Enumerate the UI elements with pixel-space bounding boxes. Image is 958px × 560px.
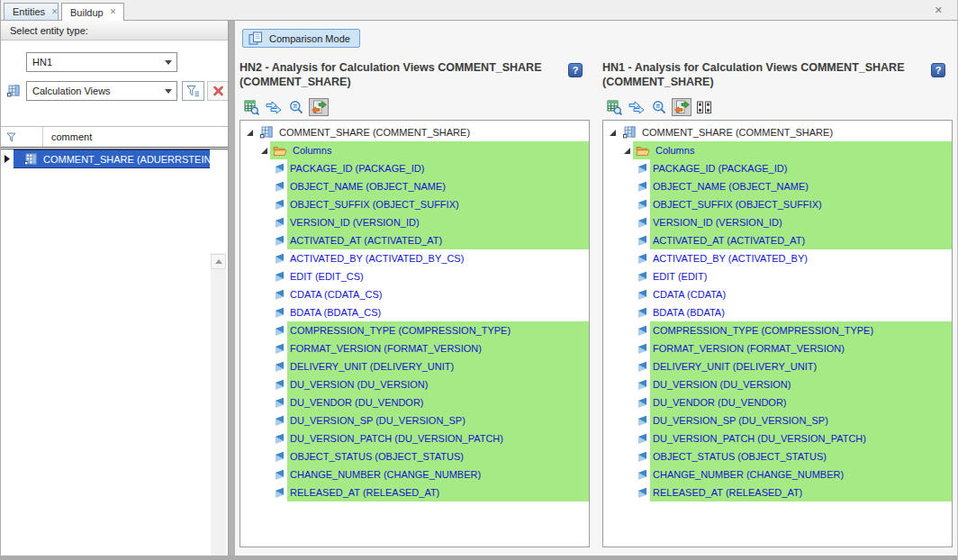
scroll-up-icon[interactable]: [211, 254, 226, 269]
tree-item-row[interactable]: CHANGE_NUMBER (CHANGE_NUMBER): [603, 465, 952, 483]
tree-item-label: DU_VERSION_PATCH (DU_VERSION_PATCH): [653, 433, 866, 444]
tree-item-highlight: CDATA (CDATA_CS): [287, 285, 589, 303]
export-table-search-icon[interactable]: [241, 98, 261, 116]
calculation-view-icon: [23, 153, 37, 166]
sidebar-scrollbar[interactable]: [211, 253, 226, 560]
tree-item-row[interactable]: DELIVERY_UNIT (DELIVERY_UNIT): [603, 357, 952, 375]
tree-item-row[interactable]: DU_VERSION (DU_VERSION): [603, 375, 952, 393]
column-icon: [275, 397, 285, 409]
tree-item-row[interactable]: FORMAT_VERSION (FORMAT_VERSION): [240, 339, 589, 357]
calculation-view-icon: [6, 85, 20, 97]
tree-item-row[interactable]: ACTIVATED_AT (ACTIVATED_AT): [603, 231, 952, 249]
entity-type-dropdown[interactable]: Calculation Views: [26, 81, 177, 101]
panel-hn2-toolbar: [241, 97, 329, 117]
tree-item-highlight: FORMAT_VERSION (FORMAT_VERSION): [650, 339, 952, 357]
header-filter-cell[interactable]: [1, 127, 43, 147]
tree-item-row[interactable]: RELEASED_AT (RELEASED_AT): [603, 483, 952, 501]
tree-folder-row[interactable]: Columns: [240, 141, 589, 159]
column-icon: [275, 181, 285, 193]
tree-item-row[interactable]: FORMAT_VERSION (FORMAT_VERSION): [603, 339, 952, 357]
tree-item-row[interactable]: ACTIVATED_AT (ACTIVATED_AT): [240, 231, 589, 249]
chevron-down-icon: [160, 89, 176, 94]
tree-item-label: CDATA (CDATA): [653, 289, 726, 300]
tree-item-row[interactable]: PACKAGE_ID (PACKAGE_ID): [603, 159, 952, 177]
tree-item-highlight: ACTIVATED_AT (ACTIVATED_AT): [650, 231, 952, 249]
tree-item-row[interactable]: ACTIVATED_BY (ACTIVATED_BY): [603, 249, 952, 267]
tree-item-row[interactable]: DU_VERSION (DU_VERSION): [240, 375, 589, 393]
column-pairs-icon[interactable]: [694, 98, 714, 116]
tree-item-row[interactable]: ACTIVATED_BY (ACTIVATED_BY_CS): [240, 249, 589, 267]
entity-row-selected[interactable]: COMMENT_SHARE (ADUERRSTEIN_T: [1, 149, 210, 168]
tree-item-row[interactable]: DU_VERSION_PATCH (DU_VERSION_PATCH): [240, 429, 589, 447]
compare-toggle-icon[interactable]: [672, 98, 691, 116]
tree-item-row[interactable]: CDATA (CDATA): [603, 285, 952, 303]
open-folder-icon: [636, 145, 650, 157]
system-dropdown[interactable]: HN1: [26, 52, 177, 72]
tree-item-row[interactable]: DU_VERSION_SP (DU_VERSION_SP): [603, 411, 952, 429]
zoom-equal-icon[interactable]: [649, 98, 669, 116]
tree-item-row[interactable]: EDIT (EDIT_CS): [240, 267, 589, 285]
tree-item-highlight: FORMAT_VERSION (FORMAT_VERSION): [287, 339, 589, 357]
tree-item-row[interactable]: VERSION_ID (VERSION_ID): [603, 213, 952, 231]
column-icon: [637, 271, 647, 283]
tree-root-row[interactable]: COMMENT_SHARE (COMMENT_SHARE): [240, 123, 589, 141]
tree-item-row[interactable]: OBJECT_SUFFIX (OBJECT_SUFFIX): [240, 195, 589, 213]
tree-item-row[interactable]: RELEASED_AT (RELEASED_AT): [240, 483, 589, 501]
sync-arrows-icon[interactable]: [264, 98, 284, 116]
filter-button[interactable]: [182, 81, 204, 101]
tree-item-row[interactable]: OBJECT_SUFFIX (OBJECT_SUFFIX): [603, 195, 952, 213]
tab-close-icon[interactable]: ✕: [51, 8, 59, 16]
tab-buildup[interactable]: Buildup ✕: [61, 3, 124, 21]
column-icon: [637, 199, 647, 211]
tree-item-row[interactable]: DU_VERSION_PATCH (DU_VERSION_PATCH): [603, 429, 952, 447]
tree-item-row[interactable]: COMPRESSION_TYPE (COMPRESSION_TYPE): [603, 321, 952, 339]
sync-arrows-icon[interactable]: [627, 98, 646, 116]
entity-sidebar: Select entity type: HN1 Calculation View…: [1, 21, 228, 555]
column-icon: [637, 343, 647, 355]
tab-close-icon[interactable]: ✕: [110, 8, 117, 16]
tree-item-row[interactable]: OBJECT_NAME (OBJECT_NAME): [240, 177, 589, 195]
sidebar-form: HN1 Calculation Views: [1, 41, 228, 126]
tab-entities[interactable]: Entities ✕: [4, 3, 59, 20]
tree-item-row[interactable]: OBJECT_STATUS (OBJECT_STATUS): [240, 447, 589, 465]
tree-item-label: ACTIVATED_AT (ACTIVATED_AT): [290, 235, 442, 246]
tree-item-row[interactable]: COMPRESSION_TYPE (COMPRESSION_TYPE): [240, 321, 589, 339]
tree-item-row[interactable]: PACKAGE_ID (PACKAGE_ID): [240, 159, 589, 177]
tree-item-highlight: DU_VENDOR (DU_VENDOR): [287, 393, 589, 411]
column-icon: [275, 379, 285, 391]
column-header-comment[interactable]: comment: [43, 127, 228, 147]
window-bottom-border: [1, 555, 957, 560]
tree-item-row[interactable]: OBJECT_NAME (OBJECT_NAME): [603, 177, 952, 195]
tree-item-row[interactable]: DU_VENDOR (DU_VENDOR): [240, 393, 589, 411]
tree-item-row[interactable]: DU_VENDOR (DU_VENDOR): [603, 393, 952, 411]
tree-item-highlight: DU_VENDOR (DU_VENDOR): [650, 393, 952, 411]
tree-item-label: CHANGE_NUMBER (CHANGE_NUMBER): [290, 469, 481, 480]
tree-item-row[interactable]: VERSION_ID (VERSION_ID): [240, 213, 589, 231]
system-dropdown-value: HN1: [32, 57, 160, 68]
help-icon[interactable]: ?: [568, 63, 583, 77]
panel-hn1: HN1 - Analysis for Calculation Views COM…: [602, 21, 953, 555]
sidebar-splitter[interactable]: [228, 21, 235, 555]
tree-item-row[interactable]: BDATA (BDATA_CS): [240, 303, 589, 321]
tree-folder-row[interactable]: Columns: [603, 141, 952, 159]
tree-item-row[interactable]: CHANGE_NUMBER (CHANGE_NUMBER): [240, 465, 589, 483]
tree-item-row[interactable]: CDATA (CDATA_CS): [240, 285, 589, 303]
tree-item-label: DU_VENDOR (DU_VENDOR): [290, 397, 424, 408]
tree-item-row[interactable]: OBJECT_STATUS (OBJECT_STATUS): [603, 447, 952, 465]
panel-close-icon[interactable]: ✕: [935, 5, 943, 16]
clear-filter-button[interactable]: [207, 81, 230, 101]
tree-item-highlight: OBJECT_NAME (OBJECT_NAME): [287, 177, 589, 195]
compare-toggle-icon[interactable]: [309, 98, 329, 116]
entity-table-header: comment: [1, 127, 228, 147]
tree-item-row[interactable]: BDATA (BDATA): [603, 303, 952, 321]
tree-item-row[interactable]: EDIT (EDIT): [603, 267, 952, 285]
tree-item-row[interactable]: DELIVERY_UNIT (DELIVERY_UNIT): [240, 357, 589, 375]
tree-item-highlight: EDIT (EDIT): [650, 267, 952, 285]
export-table-search-icon[interactable]: [604, 98, 624, 116]
tree-item-row[interactable]: DU_VERSION_SP (DU_VERSION_SP): [240, 411, 589, 429]
panel-hn1-title: HN1 - Analysis for Calculation Views COM…: [602, 60, 953, 89]
zoom-equal-icon[interactable]: [286, 98, 306, 116]
help-icon[interactable]: ?: [931, 63, 945, 77]
tree-root-row[interactable]: COMMENT_SHARE (COMMENT_SHARE): [603, 123, 952, 141]
tree-item-highlight: COMPRESSION_TYPE (COMPRESSION_TYPE): [650, 321, 952, 339]
